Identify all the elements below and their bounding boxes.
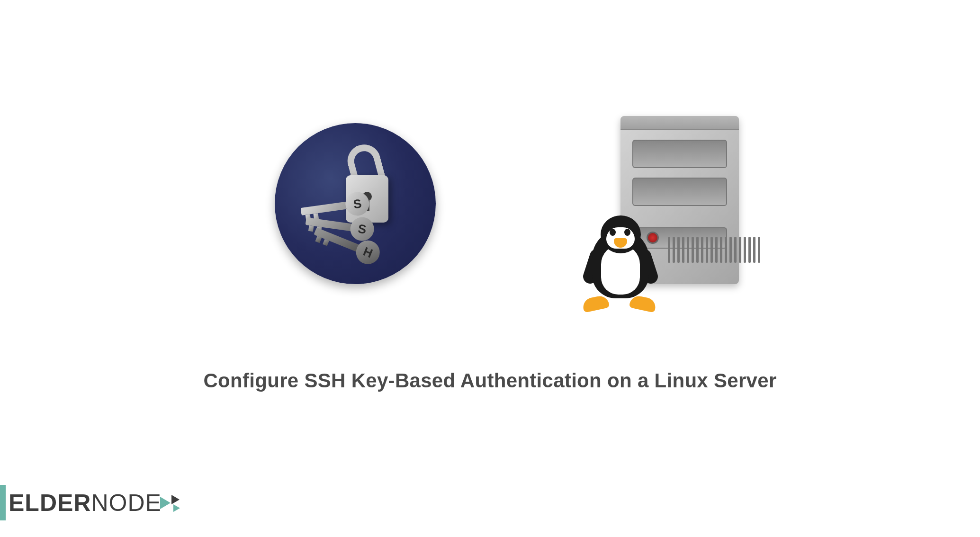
server-drive-bay (632, 178, 727, 206)
logo-arrows-icon (160, 491, 189, 515)
key-label: S (344, 190, 370, 217)
eldernode-logo: ELDERNODE (0, 485, 189, 520)
page-title: Configure SSH Key-Based Authentication o… (0, 369, 980, 392)
server-drive-bay (632, 140, 727, 168)
logo-brand-part1: ELDER (9, 490, 91, 516)
logo-accent-bar (0, 485, 6, 520)
ssh-keys-badge-icon: S S H (275, 123, 436, 284)
ssh-circle-background: S S H (275, 123, 436, 284)
logo-wordmark: ELDERNODE (9, 489, 162, 517)
logo-brand-part2: NODE (91, 490, 161, 516)
document-canvas: S S H (0, 0, 980, 537)
server-vents-icon (668, 237, 760, 263)
tux-penguin-icon (578, 215, 663, 310)
key-label: H (352, 237, 383, 268)
